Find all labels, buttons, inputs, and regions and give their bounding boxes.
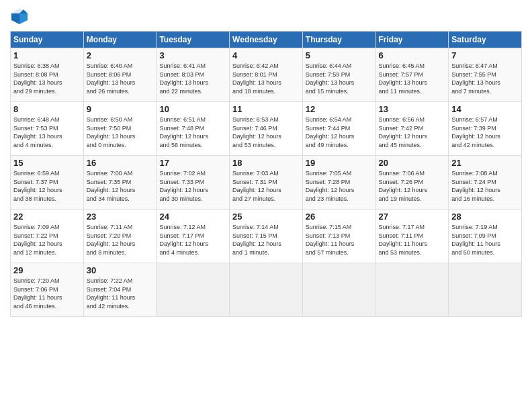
day-cell: 17Sunrise: 7:02 AM Sunset: 7:33 PM Dayli… bbox=[157, 156, 230, 210]
day-cell bbox=[302, 263, 375, 317]
day-cell: 14Sunrise: 6:57 AM Sunset: 7:39 PM Dayli… bbox=[449, 102, 522, 156]
day-cell bbox=[157, 263, 230, 317]
day-number: 22 bbox=[13, 212, 81, 222]
day-number: 6 bbox=[379, 50, 446, 60]
day-cell: 29Sunrise: 7:20 AM Sunset: 7:06 PM Dayli… bbox=[11, 263, 84, 317]
main-container: SundayMondayTuesdayWednesdayThursdayFrid… bbox=[0, 0, 532, 324]
day-info: Sunrise: 7:06 AM Sunset: 7:26 PM Dayligh… bbox=[379, 169, 446, 203]
day-number: 25 bbox=[232, 212, 300, 222]
header bbox=[10, 7, 522, 26]
day-number: 2 bbox=[87, 50, 154, 60]
day-cell: 13Sunrise: 6:56 AM Sunset: 7:42 PM Dayli… bbox=[375, 102, 449, 156]
day-number: 27 bbox=[379, 212, 446, 222]
day-info: Sunrise: 7:05 AM Sunset: 7:28 PM Dayligh… bbox=[306, 169, 373, 203]
day-number: 3 bbox=[159, 50, 226, 60]
day-cell bbox=[375, 263, 449, 317]
day-cell: 7Sunrise: 6:47 AM Sunset: 7:55 PM Daylig… bbox=[449, 48, 522, 102]
day-cell: 21Sunrise: 7:08 AM Sunset: 7:24 PM Dayli… bbox=[449, 156, 522, 210]
day-info: Sunrise: 6:40 AM Sunset: 8:06 PM Dayligh… bbox=[87, 62, 154, 95]
day-cell: 22Sunrise: 7:09 AM Sunset: 7:22 PM Dayli… bbox=[11, 210, 84, 263]
day-info: Sunrise: 6:42 AM Sunset: 8:01 PM Dayligh… bbox=[232, 62, 300, 95]
day-info: Sunrise: 6:50 AM Sunset: 7:50 PM Dayligh… bbox=[87, 116, 154, 149]
day-cell: 24Sunrise: 7:12 AM Sunset: 7:17 PM Dayli… bbox=[157, 210, 230, 263]
day-info: Sunrise: 7:08 AM Sunset: 7:24 PM Dayligh… bbox=[451, 169, 519, 203]
day-info: Sunrise: 7:19 AM Sunset: 7:09 PM Dayligh… bbox=[451, 223, 519, 257]
day-cell: 23Sunrise: 7:11 AM Sunset: 7:20 PM Dayli… bbox=[83, 210, 157, 263]
week-row-2: 8Sunrise: 6:48 AM Sunset: 7:53 PM Daylig… bbox=[11, 102, 522, 156]
day-info: Sunrise: 6:45 AM Sunset: 7:57 PM Dayligh… bbox=[379, 62, 446, 95]
day-info: Sunrise: 7:22 AM Sunset: 7:04 PM Dayligh… bbox=[87, 277, 154, 310]
day-number: 17 bbox=[159, 158, 226, 168]
weekday-header-sunday: Sunday bbox=[11, 32, 84, 48]
day-cell: 1Sunrise: 6:38 AM Sunset: 8:08 PM Daylig… bbox=[11, 48, 84, 102]
day-info: Sunrise: 7:02 AM Sunset: 7:33 PM Dayligh… bbox=[159, 169, 226, 203]
day-cell: 26Sunrise: 7:15 AM Sunset: 7:13 PM Dayli… bbox=[302, 210, 375, 263]
day-cell: 11Sunrise: 6:53 AM Sunset: 7:46 PM Dayli… bbox=[230, 102, 303, 156]
week-row-3: 15Sunrise: 6:59 AM Sunset: 7:37 PM Dayli… bbox=[11, 156, 522, 210]
logo-icon bbox=[10, 7, 29, 26]
svg-marker-4 bbox=[11, 13, 19, 24]
day-number: 24 bbox=[159, 212, 226, 222]
day-number: 29 bbox=[13, 265, 81, 275]
day-cell bbox=[449, 263, 522, 317]
day-cell: 16Sunrise: 7:00 AM Sunset: 7:35 PM Dayli… bbox=[83, 156, 157, 210]
day-info: Sunrise: 6:59 AM Sunset: 7:37 PM Dayligh… bbox=[13, 169, 81, 203]
day-cell: 2Sunrise: 6:40 AM Sunset: 8:06 PM Daylig… bbox=[83, 48, 157, 102]
day-info: Sunrise: 7:09 AM Sunset: 7:22 PM Dayligh… bbox=[13, 223, 81, 257]
day-number: 15 bbox=[13, 158, 81, 168]
day-number: 23 bbox=[87, 212, 154, 222]
day-info: Sunrise: 6:54 AM Sunset: 7:44 PM Dayligh… bbox=[306, 116, 373, 149]
calendar-table: SundayMondayTuesdayWednesdayThursdayFrid… bbox=[10, 31, 522, 317]
day-cell: 3Sunrise: 6:41 AM Sunset: 8:03 PM Daylig… bbox=[157, 48, 230, 102]
week-row-5: 29Sunrise: 7:20 AM Sunset: 7:06 PM Dayli… bbox=[11, 263, 522, 317]
day-number: 19 bbox=[306, 158, 373, 168]
day-cell: 28Sunrise: 7:19 AM Sunset: 7:09 PM Dayli… bbox=[449, 210, 522, 263]
day-info: Sunrise: 7:12 AM Sunset: 7:17 PM Dayligh… bbox=[159, 223, 226, 257]
day-cell: 8Sunrise: 6:48 AM Sunset: 7:53 PM Daylig… bbox=[11, 102, 84, 156]
day-number: 9 bbox=[87, 104, 154, 114]
day-number: 16 bbox=[87, 158, 154, 168]
day-number: 1 bbox=[13, 50, 81, 60]
weekday-header-row: SundayMondayTuesdayWednesdayThursdayFrid… bbox=[11, 32, 522, 48]
day-info: Sunrise: 6:56 AM Sunset: 7:42 PM Dayligh… bbox=[379, 116, 446, 149]
day-info: Sunrise: 7:00 AM Sunset: 7:35 PM Dayligh… bbox=[87, 169, 154, 203]
day-number: 30 bbox=[87, 265, 154, 275]
day-cell bbox=[230, 263, 303, 317]
weekday-header-thursday: Thursday bbox=[302, 32, 375, 48]
day-cell: 4Sunrise: 6:42 AM Sunset: 8:01 PM Daylig… bbox=[230, 48, 303, 102]
day-info: Sunrise: 7:15 AM Sunset: 7:13 PM Dayligh… bbox=[306, 223, 373, 257]
day-cell: 25Sunrise: 7:14 AM Sunset: 7:15 PM Dayli… bbox=[230, 210, 303, 263]
day-info: Sunrise: 6:41 AM Sunset: 8:03 PM Dayligh… bbox=[159, 62, 226, 95]
logo bbox=[10, 7, 32, 26]
weekday-header-saturday: Saturday bbox=[449, 32, 522, 48]
day-number: 20 bbox=[379, 158, 446, 168]
day-number: 18 bbox=[232, 158, 300, 168]
day-cell: 27Sunrise: 7:17 AM Sunset: 7:11 PM Dayli… bbox=[375, 210, 449, 263]
day-number: 5 bbox=[306, 50, 373, 60]
day-number: 28 bbox=[451, 212, 519, 222]
weekday-header-wednesday: Wednesday bbox=[230, 32, 303, 48]
day-info: Sunrise: 6:38 AM Sunset: 8:08 PM Dayligh… bbox=[13, 62, 81, 95]
day-number: 4 bbox=[232, 50, 300, 60]
week-row-4: 22Sunrise: 7:09 AM Sunset: 7:22 PM Dayli… bbox=[11, 210, 522, 263]
day-number: 14 bbox=[451, 104, 519, 114]
day-number: 11 bbox=[232, 104, 300, 114]
day-info: Sunrise: 6:44 AM Sunset: 7:59 PM Dayligh… bbox=[306, 62, 373, 95]
weekday-header-monday: Monday bbox=[83, 32, 157, 48]
day-cell: 20Sunrise: 7:06 AM Sunset: 7:26 PM Dayli… bbox=[375, 156, 449, 210]
day-info: Sunrise: 7:17 AM Sunset: 7:11 PM Dayligh… bbox=[379, 223, 446, 257]
weekday-header-friday: Friday bbox=[375, 32, 449, 48]
day-cell: 15Sunrise: 6:59 AM Sunset: 7:37 PM Dayli… bbox=[11, 156, 84, 210]
day-info: Sunrise: 6:51 AM Sunset: 7:48 PM Dayligh… bbox=[159, 116, 226, 149]
day-cell: 18Sunrise: 7:03 AM Sunset: 7:31 PM Dayli… bbox=[230, 156, 303, 210]
day-number: 7 bbox=[451, 50, 519, 60]
day-info: Sunrise: 6:53 AM Sunset: 7:46 PM Dayligh… bbox=[232, 116, 300, 149]
day-cell: 12Sunrise: 6:54 AM Sunset: 7:44 PM Dayli… bbox=[302, 102, 375, 156]
day-info: Sunrise: 6:57 AM Sunset: 7:39 PM Dayligh… bbox=[451, 116, 519, 149]
day-cell: 6Sunrise: 6:45 AM Sunset: 7:57 PM Daylig… bbox=[375, 48, 449, 102]
weekday-header-tuesday: Tuesday bbox=[157, 32, 230, 48]
day-number: 10 bbox=[159, 104, 226, 114]
day-cell: 5Sunrise: 6:44 AM Sunset: 7:59 PM Daylig… bbox=[302, 48, 375, 102]
day-info: Sunrise: 6:47 AM Sunset: 7:55 PM Dayligh… bbox=[451, 62, 519, 95]
day-info: Sunrise: 7:14 AM Sunset: 7:15 PM Dayligh… bbox=[232, 223, 300, 257]
